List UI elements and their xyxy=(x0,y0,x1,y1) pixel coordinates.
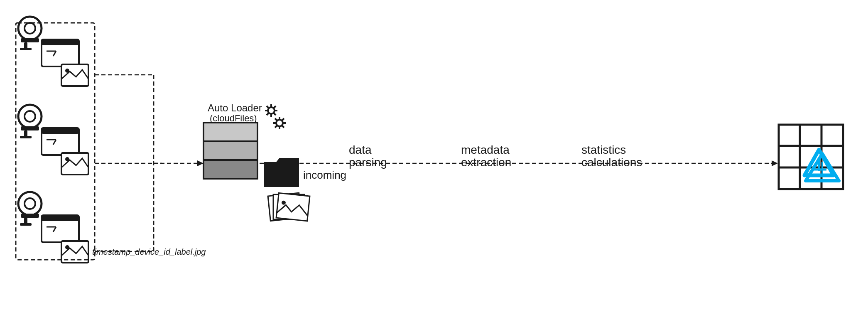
statistics-calculations-label-2: calculations xyxy=(581,156,642,169)
camera-3 xyxy=(18,192,42,226)
svg-rect-15 xyxy=(20,136,32,138)
svg-rect-17 xyxy=(42,128,79,134)
svg-point-12 xyxy=(25,111,35,122)
svg-rect-42 xyxy=(204,141,257,160)
pipeline-diagram: timestamp_device_id_label.jpg xyxy=(0,0,868,315)
svg-rect-43 xyxy=(204,160,257,179)
svg-point-22 xyxy=(18,192,42,215)
terminal-1 xyxy=(42,39,79,66)
svg-rect-6 xyxy=(42,39,79,45)
gear-icon-1 xyxy=(265,104,277,117)
metadata-extraction-label-2: extraction xyxy=(461,156,511,169)
svg-point-23 xyxy=(25,198,35,209)
stacked-images xyxy=(268,193,310,221)
svg-point-53 xyxy=(276,120,283,126)
camera-1 xyxy=(18,17,42,50)
statistics-calculations-label: statistics xyxy=(581,143,626,156)
data-parsing-label-2: parsing xyxy=(349,156,387,169)
image-1 xyxy=(61,64,88,86)
svg-rect-3 xyxy=(24,42,27,49)
camera-2 xyxy=(18,105,42,138)
svg-point-11 xyxy=(18,105,42,128)
svg-line-58 xyxy=(275,118,277,121)
svg-point-1 xyxy=(25,23,35,34)
incoming-label: incoming xyxy=(303,169,346,181)
terminal-2 xyxy=(42,128,79,155)
svg-rect-41 xyxy=(204,123,257,141)
arrow-to-delta xyxy=(772,160,778,166)
svg-line-61 xyxy=(275,126,277,128)
svg-rect-28 xyxy=(42,215,79,221)
svg-line-51 xyxy=(274,106,276,108)
svg-line-50 xyxy=(274,113,276,115)
svg-rect-25 xyxy=(24,218,27,224)
svg-line-52 xyxy=(267,113,269,115)
svg-point-32 xyxy=(65,245,69,249)
svg-rect-64 xyxy=(276,193,310,221)
folder-icon xyxy=(264,158,299,187)
arrow-to-autoloader xyxy=(197,160,204,166)
svg-rect-24 xyxy=(21,214,39,218)
svg-rect-13 xyxy=(21,126,39,130)
delta-table-icon xyxy=(779,125,843,189)
auto-loader-label: Auto Loader xyxy=(208,102,262,113)
gear-icon-2 xyxy=(273,117,286,129)
metadata-extraction-label: metadata xyxy=(461,143,510,156)
svg-point-0 xyxy=(18,17,42,40)
terminal-3 xyxy=(42,215,79,242)
svg-line-59 xyxy=(282,126,284,128)
image-2 xyxy=(61,153,88,175)
auto-loader-icon xyxy=(204,123,257,179)
cloud-files-label: (cloudFiles) xyxy=(210,113,257,123)
svg-rect-2 xyxy=(21,38,39,42)
svg-rect-26 xyxy=(20,223,32,226)
svg-line-60 xyxy=(282,118,284,121)
svg-line-49 xyxy=(267,106,269,108)
svg-point-21 xyxy=(65,157,69,161)
svg-rect-14 xyxy=(24,130,27,137)
svg-point-10 xyxy=(65,69,69,73)
data-parsing-label: data xyxy=(349,143,372,156)
svg-point-44 xyxy=(268,107,275,114)
svg-rect-4 xyxy=(20,48,32,50)
